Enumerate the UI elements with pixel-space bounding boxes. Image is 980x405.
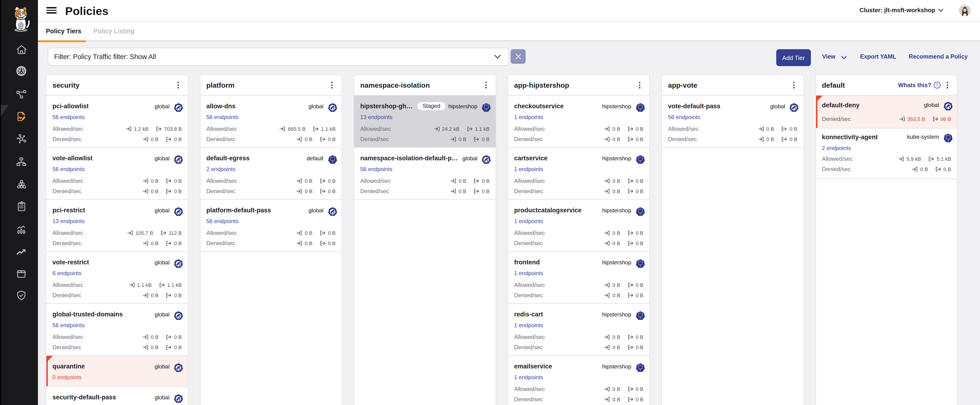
svg-text:ns: ns bbox=[639, 317, 641, 319]
svg-text:ns: ns bbox=[331, 161, 333, 163]
svg-text:ns: ns bbox=[485, 109, 487, 110]
svg-text:ns: ns bbox=[639, 109, 641, 110]
svg-text:ns: ns bbox=[947, 139, 949, 141]
svg-text:ns: ns bbox=[639, 161, 641, 163]
svg-text:?: ? bbox=[936, 83, 938, 88]
svg-text:ns: ns bbox=[639, 369, 641, 370]
svg-text:ns: ns bbox=[639, 265, 641, 266]
svg-text:ns: ns bbox=[639, 213, 641, 214]
